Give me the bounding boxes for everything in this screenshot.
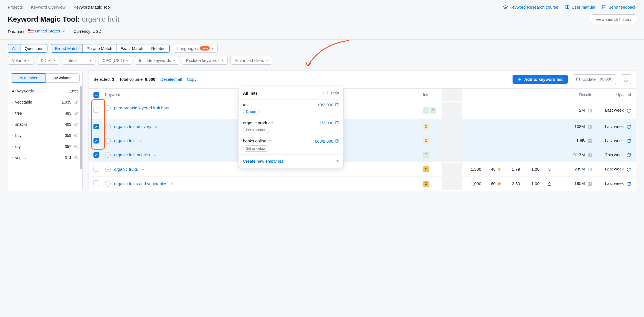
- tab-questions[interactable]: Questions: [21, 44, 47, 52]
- list-count-link[interactable]: 660/2,000: [315, 139, 339, 144]
- keyword-link[interactable]: organic fruit snacks: [114, 152, 150, 157]
- refresh-icon[interactable]: [627, 167, 631, 172]
- keyword-list-item[interactable]: organic produce 1/2,000 Set as default: [239, 118, 343, 136]
- cell-results: 195M: [551, 181, 592, 186]
- set-as-default-button[interactable]: Set as default: [243, 145, 269, 152]
- expand-icon[interactable]: »: [142, 167, 144, 172]
- serp-preview-icon[interactable]: [588, 153, 592, 157]
- col-updated-header[interactable]: Updated: [592, 92, 631, 97]
- scrollbar[interactable]: [80, 86, 82, 169]
- filter-kd[interactable]: KD %▾: [37, 56, 59, 65]
- refresh-icon[interactable]: [627, 139, 631, 143]
- keyword-list-item[interactable]: books online 660/2,000 Set as default: [239, 136, 343, 154]
- database-selector[interactable]: United States: [28, 29, 66, 33]
- currency-value: USD: [93, 29, 102, 34]
- create-new-list-link[interactable]: Create new empty list: [243, 159, 283, 163]
- list-count-link[interactable]: 1/2,000: [320, 120, 339, 125]
- sidebar-tab-by-number[interactable]: By number: [11, 73, 45, 83]
- add-single-keyword-button[interactable]: +: [105, 181, 111, 187]
- chevron-right-icon: ›: [12, 100, 13, 104]
- tab-all[interactable]: All: [8, 44, 21, 52]
- row-checkbox[interactable]: [93, 138, 99, 144]
- sidebar-item-buy[interactable]: › buy 359: [8, 130, 82, 141]
- expand-icon[interactable]: »: [154, 153, 156, 157]
- default-badge: Default: [243, 109, 260, 115]
- tab-broad-match[interactable]: Broad Match: [51, 44, 83, 52]
- keyword-list-item[interactable]: test 10/2,000 Default: [239, 100, 343, 118]
- keyword-link[interactable]: organic fruit delivery: [114, 124, 151, 129]
- view-search-history-button[interactable]: View search history: [591, 14, 636, 24]
- serp-preview-icon[interactable]: [588, 139, 592, 143]
- sidebar-item-snacks[interactable]: › snacks 403: [8, 119, 82, 130]
- deselect-all-button[interactable]: Deselect all: [160, 77, 182, 82]
- keyword-link[interactable]: pure organic layered fruit bars: [114, 105, 169, 110]
- sidebar-all-keywords[interactable]: All keywords 7,855: [8, 85, 82, 97]
- select-all-checkbox[interactable]: [93, 92, 99, 98]
- filter-advanced[interactable]: Advanced filters▾: [230, 56, 272, 65]
- eye-icon[interactable]: [74, 144, 78, 149]
- add-single-keyword-button[interactable]: +: [105, 152, 111, 158]
- breadcrumb-projects[interactable]: Projects: [8, 5, 23, 9]
- row-checkbox[interactable]: [93, 124, 99, 129]
- add-to-keyword-list-button[interactable]: Add to keyword list: [513, 75, 567, 84]
- filter-volume[interactable]: Volume▾: [8, 56, 34, 65]
- add-single-keyword-button[interactable]: +: [105, 124, 111, 129]
- plus-icon[interactable]: +: [336, 158, 339, 164]
- add-single-keyword-button[interactable]: +: [105, 105, 111, 111]
- popover-help-link[interactable]: i Help: [322, 91, 339, 95]
- sidebar-item-count: 314: [65, 155, 71, 160]
- refresh-icon[interactable]: [627, 153, 631, 157]
- refresh-icon[interactable]: [627, 125, 631, 129]
- expand-icon[interactable]: »: [155, 124, 158, 129]
- export-button[interactable]: [621, 74, 631, 84]
- expand-icon[interactable]: »: [140, 139, 142, 143]
- serp-preview-icon[interactable]: [588, 109, 592, 113]
- expand-icon[interactable]: »: [171, 182, 173, 186]
- row-checkbox[interactable]: [93, 180, 99, 186]
- serp-preview-icon[interactable]: [588, 182, 592, 186]
- user-manual-link[interactable]: User manual: [565, 4, 595, 9]
- keyword-link[interactable]: organic fruits: [114, 167, 138, 172]
- sidebar-tab-by-volume[interactable]: By volume: [45, 73, 80, 83]
- eye-icon[interactable]: [74, 111, 78, 115]
- add-single-keyword-button[interactable]: +: [105, 167, 111, 172]
- eye-icon[interactable]: [74, 155, 78, 160]
- total-volume: Total volume: 6,500: [119, 77, 155, 82]
- tab-phrase-match[interactable]: Phrase Match: [83, 44, 116, 52]
- col-intent-header[interactable]: Intent: [423, 92, 442, 97]
- row-checkbox[interactable]: [93, 107, 99, 113]
- refresh-icon[interactable]: [627, 182, 631, 186]
- eye-icon[interactable]: [74, 122, 78, 127]
- tab-related[interactable]: Related: [147, 44, 169, 52]
- breadcrumb-overview[interactable]: Keyword Overview: [31, 5, 65, 9]
- keyword-research-course-link[interactable]: Keyword Research course: [503, 4, 558, 9]
- filter-intent[interactable]: Intent▾: [62, 56, 95, 65]
- keyword-link[interactable]: organic fruit: [114, 138, 136, 143]
- list-count-link[interactable]: 10/2,000: [317, 102, 339, 107]
- tab-exact-match[interactable]: Exact Match: [116, 44, 148, 52]
- col-results-header[interactable]: Results: [551, 92, 592, 97]
- update-button[interactable]: Update 0/5,000: [573, 74, 616, 84]
- expand-icon[interactable]: »: [105, 111, 107, 115]
- keyword-link[interactable]: organic fruits and vegetables: [114, 181, 167, 186]
- filter-cpc[interactable]: CPC (USD)▾: [98, 56, 132, 65]
- sidebar-item-dry[interactable]: › dry 357: [8, 141, 82, 152]
- copy-button[interactable]: Copy: [187, 77, 197, 82]
- serp-preview-icon[interactable]: [588, 167, 592, 172]
- row-checkbox[interactable]: [93, 166, 99, 172]
- filter-exclude-keywords[interactable]: Exclude keywords▾: [182, 56, 228, 65]
- send-feedback-link[interactable]: Send feedback: [602, 4, 636, 9]
- add-single-keyword-button[interactable]: +: [105, 138, 111, 144]
- eye-icon[interactable]: [74, 100, 78, 104]
- row-checkbox[interactable]: [93, 152, 99, 158]
- cell-results: 2M: [551, 108, 592, 113]
- eye-icon[interactable]: [74, 133, 78, 138]
- set-as-default-button[interactable]: Set as default: [243, 127, 269, 133]
- sidebar-item-vegetable[interactable]: › vegetable 1,039: [8, 97, 82, 108]
- serp-preview-icon[interactable]: [588, 125, 592, 129]
- filter-include-keywords[interactable]: Include keywords▾: [135, 56, 179, 65]
- languages-selector[interactable]: Languages beta ▾: [173, 44, 218, 53]
- sidebar-item-tree[interactable]: › tree 483: [8, 108, 82, 119]
- sidebar-item-vegas[interactable]: › vegas 314: [8, 152, 82, 163]
- refresh-icon[interactable]: [627, 109, 631, 113]
